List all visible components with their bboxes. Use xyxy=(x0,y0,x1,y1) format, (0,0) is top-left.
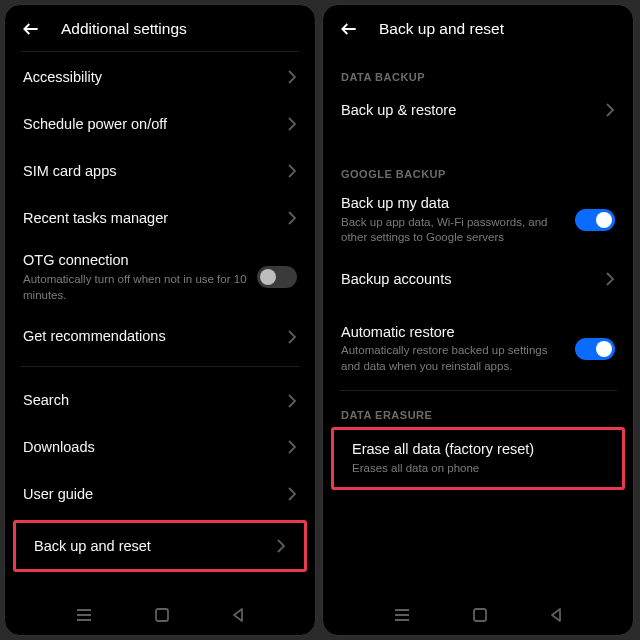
row-label: SIM card apps xyxy=(23,162,277,181)
row-label: Downloads xyxy=(23,438,277,457)
chevron-right-icon xyxy=(287,211,297,225)
row-recent-tasks[interactable]: Recent tasks manager xyxy=(5,195,315,242)
row-search[interactable]: Search xyxy=(5,377,315,424)
nav-home-icon[interactable] xyxy=(472,607,488,623)
row-user-guide[interactable]: User guide xyxy=(5,471,315,518)
row-label: Back up my data xyxy=(341,194,565,213)
back-icon[interactable] xyxy=(339,19,359,39)
nav-recents-icon[interactable] xyxy=(75,607,93,623)
row-label: Schedule power on/off xyxy=(23,115,277,134)
nav-home-icon[interactable] xyxy=(154,607,170,623)
chevron-right-icon xyxy=(605,272,615,286)
phone-right: Back up and reset DATA BACKUP Back up & … xyxy=(322,4,634,636)
chevron-right-icon xyxy=(287,394,297,408)
row-backup-my-data[interactable]: Back up my data Back up app data, Wi-Fi … xyxy=(323,184,633,256)
row-otg-connection[interactable]: OTG connection Automatically turn off wh… xyxy=(5,241,315,313)
android-navbar xyxy=(5,597,315,635)
settings-list: Accessibility Schedule power on/off SIM … xyxy=(5,52,315,597)
toggle-auto-restore[interactable] xyxy=(575,338,615,360)
page-title: Back up and reset xyxy=(379,20,504,38)
row-label: Get recommendations xyxy=(23,327,277,346)
chevron-right-icon xyxy=(287,70,297,84)
row-subtitle: Erases all data on phone xyxy=(352,461,594,477)
row-backup-reset[interactable]: Back up and reset xyxy=(13,520,307,573)
header: Additional settings xyxy=(5,5,315,51)
header: Back up and reset xyxy=(323,5,633,51)
chevron-right-icon xyxy=(287,440,297,454)
row-label: User guide xyxy=(23,485,277,504)
row-label: Back up and reset xyxy=(34,537,266,556)
chevron-right-icon xyxy=(287,330,297,344)
row-label: Back up & restore xyxy=(341,101,595,120)
row-label: Accessibility xyxy=(23,68,277,87)
row-recommendations[interactable]: Get recommendations xyxy=(5,313,315,360)
row-subtitle: Automatically restore backed up settings… xyxy=(341,343,565,374)
chevron-right-icon xyxy=(276,539,286,553)
svg-rect-1 xyxy=(474,609,486,621)
row-sim-apps[interactable]: SIM card apps xyxy=(5,148,315,195)
section-data-erasure: DATA ERASURE xyxy=(323,391,633,425)
toggle-backup-my-data[interactable] xyxy=(575,209,615,231)
settings-list: DATA BACKUP Back up & restore GOOGLE BAC… xyxy=(323,51,633,597)
phone-left: Additional settings Accessibility Schedu… xyxy=(4,4,316,636)
chevron-right-icon xyxy=(287,117,297,131)
section-data-backup: DATA BACKUP xyxy=(323,53,633,87)
chevron-right-icon xyxy=(605,103,615,117)
row-label: Recent tasks manager xyxy=(23,209,277,228)
chevron-right-icon xyxy=(287,164,297,178)
nav-recents-icon[interactable] xyxy=(393,607,411,623)
chevron-right-icon xyxy=(287,487,297,501)
nav-back-icon[interactable] xyxy=(231,607,245,623)
row-label: Backup accounts xyxy=(341,270,595,289)
row-backup-restore[interactable]: Back up & restore xyxy=(323,87,633,134)
row-label: Erase all data (factory reset) xyxy=(352,440,594,459)
section-google-backup: GOOGLE BACKUP xyxy=(323,150,633,184)
row-accessibility[interactable]: Accessibility xyxy=(5,54,315,101)
row-subtitle: Automatically turn off when not in use f… xyxy=(23,272,247,303)
toggle-otg[interactable] xyxy=(257,266,297,288)
row-subtitle: Back up app data, Wi-Fi passwords, and o… xyxy=(341,215,565,246)
page-title: Additional settings xyxy=(61,20,187,38)
row-automatic-restore[interactable]: Automatic restore Automatically restore … xyxy=(323,313,633,385)
row-label: OTG connection xyxy=(23,251,247,270)
android-navbar xyxy=(323,597,633,635)
row-downloads[interactable]: Downloads xyxy=(5,424,315,471)
row-erase-all-data[interactable]: Erase all data (factory reset) Erases al… xyxy=(331,427,625,489)
row-label: Search xyxy=(23,391,277,410)
row-backup-accounts[interactable]: Backup accounts xyxy=(323,256,633,303)
row-label: Automatic restore xyxy=(341,323,565,342)
nav-back-icon[interactable] xyxy=(549,607,563,623)
row-schedule-power[interactable]: Schedule power on/off xyxy=(5,101,315,148)
back-icon[interactable] xyxy=(21,19,41,39)
svg-rect-0 xyxy=(156,609,168,621)
